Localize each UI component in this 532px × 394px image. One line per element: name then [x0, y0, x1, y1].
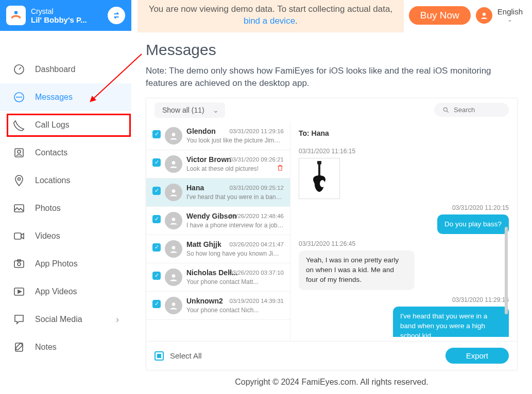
message-timestamp: 03/31/2020 11:20:15: [299, 204, 509, 211]
thread-list[interactable]: ✓GlendonYou look just like the picture J…: [146, 122, 290, 341]
svg-point-10: [18, 178, 21, 181]
thread-checkbox[interactable]: ✓: [152, 243, 161, 252]
photos-icon: [12, 202, 26, 215]
svg-rect-12: [14, 233, 21, 239]
chevron-down-icon: ⌄: [507, 16, 512, 23]
content-area: Messages Note: The demo only shows how F…: [131, 31, 532, 394]
sidebar-item-videos[interactable]: Videos: [0, 222, 131, 250]
user-icon: [479, 11, 489, 20]
thread-checkbox[interactable]: ✓: [152, 300, 161, 308]
sidebar-item-call-logs[interactable]: Call Logs: [0, 111, 131, 139]
phone-icon: [12, 118, 26, 132]
thread-item[interactable]: ✓Wendy GibsonI have a phone interview fo…: [146, 207, 290, 235]
sidebar-item-label: Photos: [35, 204, 61, 213]
thread-item[interactable]: ✓Victor BrownLook at these old pictures!…: [146, 150, 290, 178]
svg-point-23: [172, 218, 176, 221]
avatar: [165, 212, 182, 229]
sidebar-item-app-photos[interactable]: App Photos: [0, 250, 131, 278]
search-box[interactable]: [434, 103, 509, 117]
messages-panel: Show all (11) ⌄ ✓GlendonYou look just li…: [146, 98, 518, 370]
svg-rect-11: [14, 205, 24, 212]
thread-checkbox[interactable]: ✓: [152, 272, 161, 280]
sidebar-item-app-videos[interactable]: App Videos: [0, 278, 131, 306]
account-name: Crystal: [31, 7, 102, 15]
thread-timestamp: 03/26/2020 03:37:10: [229, 270, 284, 276]
thread-preview: Your phone contact Matt...: [186, 278, 284, 285]
thread-timestamp: 03/26/2020 12:48:46: [229, 213, 284, 219]
sidebar-item-label: Dashboard: [35, 65, 75, 74]
thread-checkbox[interactable]: ✓: [152, 158, 161, 167]
thread-item[interactable]: ✓Matt GhjjkSo how long have you known Ji…: [146, 235, 290, 263]
demo-banner-pre: You are now viewing demo data. To start …: [149, 4, 392, 14]
select-all-label: Select All: [170, 351, 202, 360]
export-button[interactable]: Export: [445, 348, 509, 364]
message-row: Yeah, I was in one pretty early on when …: [299, 250, 509, 290]
svg-rect-13: [14, 261, 24, 267]
panel-footer: Select All Export: [146, 341, 517, 370]
app-photos-icon: [12, 257, 26, 271]
trash-icon[interactable]: [277, 164, 284, 173]
sidebar-item-dashboard[interactable]: Dashboard: [0, 56, 131, 83]
message-timestamp: 03/31/2020 11:26:45: [299, 240, 509, 247]
svg-line-19: [447, 111, 449, 112]
avatar: [165, 184, 182, 201]
contacts-icon: [12, 146, 26, 159]
svg-point-1: [14, 11, 18, 14]
thread-checkbox[interactable]: ✓: [152, 187, 161, 195]
sidebar-item-messages[interactable]: Messages: [0, 83, 131, 111]
thread-preview: I have a phone interview for a job in an…: [186, 222, 284, 229]
avatar: [165, 127, 182, 145]
avatar: [165, 240, 182, 258]
svg-point-14: [18, 263, 21, 266]
thread-item[interactable]: ✓HanaI've heard that you were in a band …: [146, 178, 290, 207]
thread-item[interactable]: ✓Nicholas Dell...Your phone contact Matt…: [146, 263, 290, 292]
svg-point-5: [16, 97, 17, 97]
switch-device-button[interactable]: [108, 7, 125, 24]
thread-preview: You look just like the picture Jimmy sh.…: [186, 137, 284, 144]
svg-point-21: [172, 161, 176, 165]
filter-dropdown[interactable]: Show all (11) ⌄: [155, 102, 225, 118]
message-timestamp: 03/31/2020 11:29:16: [299, 296, 509, 303]
sidebar-item-contacts[interactable]: Contacts: [0, 139, 131, 167]
panel-toolbar: Show all (11) ⌄: [146, 98, 517, 122]
avatar: [165, 297, 182, 314]
sidebar-item-photos[interactable]: Photos: [0, 194, 131, 222]
sidebar-item-label: Locations: [35, 176, 71, 185]
sidebar: Dashboard Messages Call Logs Contacts Lo…: [0, 31, 131, 394]
svg-point-27: [320, 180, 325, 187]
device-name: Lil' Bobby's P...: [31, 15, 93, 24]
chat-content: 03/31/2020 11:16:1503/31/2020 11:20:15Do…: [299, 148, 509, 337]
chevron-down-icon: ⌄: [213, 106, 219, 114]
sidebar-item-social-media[interactable]: Social Media ›: [0, 306, 131, 333]
search-input[interactable]: [454, 106, 500, 114]
videos-icon: [12, 229, 26, 243]
svg-point-18: [443, 108, 447, 111]
chat-scrollbar[interactable]: [505, 227, 508, 314]
select-all-checkbox[interactable]: [155, 351, 164, 361]
topbar-left: Crystal Lil' Bobby's P...: [0, 0, 131, 31]
bind-device-link[interactable]: bind a device: [244, 16, 295, 26]
language-label: English: [497, 8, 523, 16]
swap-icon: [112, 11, 121, 20]
demo-banner-post: .: [295, 16, 298, 26]
app-videos-icon: [12, 285, 26, 298]
svg-point-6: [19, 97, 19, 97]
thread-timestamp: 03/31/2020 09:26:21: [229, 156, 284, 163]
message-image[interactable]: [299, 158, 340, 199]
svg-point-24: [172, 246, 176, 249]
buy-now-button[interactable]: Buy Now: [409, 6, 471, 25]
thread-checkbox[interactable]: ✓: [152, 215, 161, 223]
sidebar-item-locations[interactable]: Locations: [0, 167, 131, 194]
avatar: [165, 155, 182, 173]
sidebar-item-label: App Photos: [35, 259, 78, 268]
thread-item[interactable]: ✓GlendonYou look just like the picture J…: [146, 122, 290, 150]
thread-item[interactable]: ✓Unknown2Your phone contact Nich...03/19…: [146, 292, 290, 320]
language-select[interactable]: English ⌄: [497, 8, 523, 23]
svg-point-22: [172, 189, 176, 193]
thread-timestamp: 03/31/2020 11:29:16: [229, 128, 284, 134]
profile-button[interactable]: [476, 7, 492, 24]
thread-preview: Look at these old pictures!: [186, 165, 284, 172]
app-logo[interactable]: [6, 6, 26, 25]
sidebar-item-notes[interactable]: Notes: [0, 333, 131, 361]
thread-checkbox[interactable]: ✓: [152, 130, 161, 138]
